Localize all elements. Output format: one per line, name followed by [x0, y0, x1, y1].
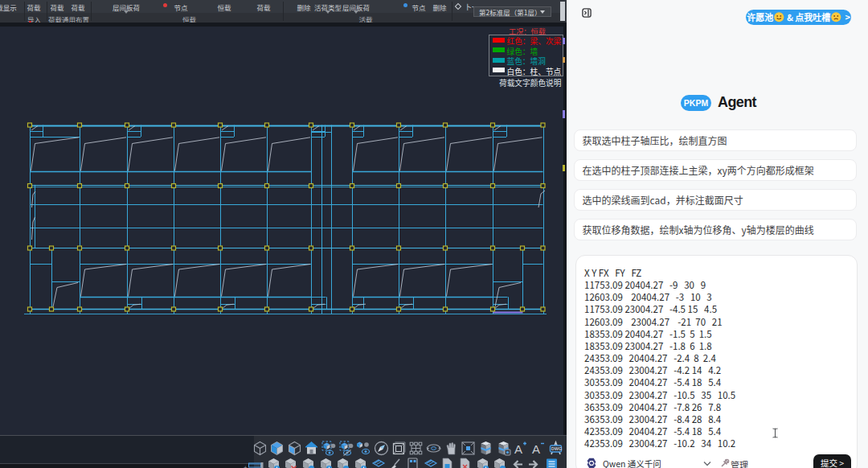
- svg-text:DWG: DWG: [551, 446, 561, 451]
- svg-text:A: A: [514, 442, 522, 456]
- svg-text:A: A: [532, 442, 540, 456]
